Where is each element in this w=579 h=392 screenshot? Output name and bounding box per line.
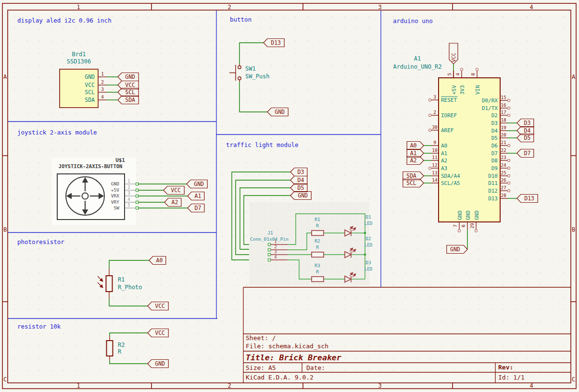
component-field[interactable]: SW_Push [245,73,270,80]
column-label: 3 [378,4,381,11]
pin-name: D8 [491,158,498,164]
pin-name: SCL/A5 [441,180,460,186]
pin-name: SDA [85,97,95,103]
pin-number: 24 [501,162,506,168]
component-field[interactable]: Arduino_UNO_R2 [393,63,441,70]
pin-number: 12 [432,162,437,168]
pin-name: 3V3 [459,85,466,95]
component-field: LED [364,242,372,247]
pin-number: 5 [127,203,130,208]
section-title-display[interactable]: display aled i2c 0.96 inch [17,17,112,24]
component-field: R [316,245,319,250]
component-field[interactable]: R1 [118,276,125,283]
component-field: LED [364,220,372,226]
component-field[interactable]: SW1 [245,65,256,72]
pin-number: 8 [470,73,476,75]
component-field[interactable]: R [118,348,122,355]
pin-name: D12 [488,188,498,194]
net-label-text: D4 [524,127,530,134]
component-field[interactable]: R2 [118,342,125,348]
pin-number: 3 [101,86,104,92]
pin-number: 27 [501,185,506,190]
pin-number: 29 [469,223,475,229]
section-title-traffic[interactable]: traffic light module [226,141,299,148]
pin-number: 7 [453,224,458,227]
net-label-text: SCL [406,180,416,186]
pin-name: VRY [111,199,119,205]
pin-name: GND [111,181,119,186]
component-field[interactable]: U$1 [115,157,125,163]
pin-name: VIN [475,85,481,95]
pin-name: GND [474,210,480,220]
pin-number: 19 [501,125,506,130]
component-field[interactable]: SSD1306 [67,58,91,65]
pin-number: 25 [501,170,506,175]
net-label-text: GND [125,74,135,80]
column-label: 4 [529,382,533,389]
titleblock-title: Title: Brick Breaker [246,353,341,362]
pin-name: IOREF [441,112,457,119]
component-field: LED [364,266,372,271]
section-title-arduino[interactable]: arduino uno [393,17,433,24]
titleblock-date: Date: [306,364,325,371]
component-body-resistor [312,277,324,282]
pin-number: 23 [501,155,506,160]
pin-name: D0/RX [482,98,498,104]
component-field: R [316,223,319,228]
pin-name: GND [457,210,463,220]
component-field[interactable]: R_Photo [118,284,142,291]
titleblock-rev: Rev: [498,364,513,371]
pin-name: D6 [491,143,498,149]
pin-number: 26 [501,177,506,183]
wire-junction [364,232,366,234]
component-field[interactable]: Brd1 [72,51,86,58]
pin-number: 9 [433,140,436,145]
pin-name: GND [85,74,95,80]
pin-name: D4 [491,128,498,134]
component-field[interactable]: A1 [414,55,421,62]
pin-name: D5 [491,135,498,141]
pin-number: 6 [461,224,466,227]
net-label-text: GND [194,181,204,187]
net-label-text: VCC [155,303,165,309]
row-label: A [3,74,7,80]
column-label: 4 [529,4,533,11]
pin-number: 1 [274,239,277,244]
net-label-text: D4 [297,177,304,184]
row-label: B [3,226,7,233]
pin-number: 3 [433,94,436,99]
wire-junction [364,254,366,256]
column-label: 1 [76,382,80,389]
pin-number: 30 [432,124,438,130]
net-label-text: D7 [194,205,201,211]
net-label-text: A1 [194,193,201,199]
pin-name: D1/TX [482,105,498,111]
pin-number: 21 [501,140,506,145]
section-title-button[interactable]: button [230,16,252,23]
section-title-joystick[interactable]: joystick 2-axis module [17,129,97,136]
net-label-text: D13 [271,39,281,46]
pin-name: GND [465,210,471,220]
net-label-text: A2 [410,157,417,164]
pin-number: 10 [432,147,438,153]
titleblock-file: File: schema.kicad_sch [246,343,328,350]
pin-name: A1 [441,150,447,157]
traffic-module-grid [249,202,369,285]
pin-number: 14 [432,177,438,183]
pin-number: 4 [274,255,277,259]
component-field: Conn_01x04_Pin [250,236,289,242]
component-field[interactable]: JOYSTICK-2AXIS-BUTTON [59,163,123,169]
pin-name: D10 [488,173,498,179]
net-label-text: GND [298,192,308,199]
component-body-resistor [312,252,324,257]
section-title-photoresistor[interactable]: photoresistor [17,238,64,245]
schematic-canvas[interactable]: 1 2 3 4 1 2 3 4 A B C A B C display aled… [0,0,579,392]
net-label-text: D13 [524,195,534,202]
pin-number: 5 [447,73,452,76]
pin-name: +5V [451,85,457,95]
net-label-text: D7 [524,150,530,157]
section-title-resistor10k[interactable]: resistor 10k [17,323,61,330]
pin-name: +5V [111,187,119,193]
pin-number: 13 [432,170,437,175]
pin-number: 4 [455,73,460,75]
